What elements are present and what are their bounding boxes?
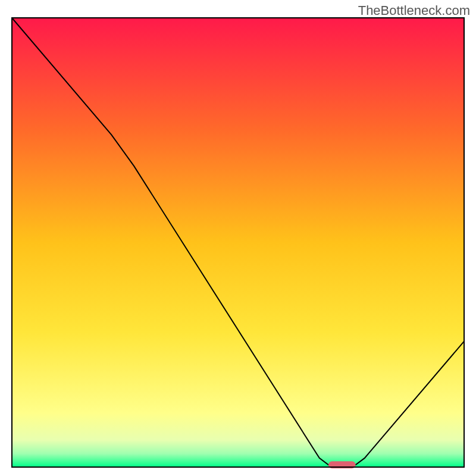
chart-svg [0, 0, 476, 476]
gradient-background [12, 18, 464, 467]
watermark-text: TheBottleneck.com [358, 3, 470, 18]
chart-container: TheBottleneck.com [0, 0, 476, 476]
